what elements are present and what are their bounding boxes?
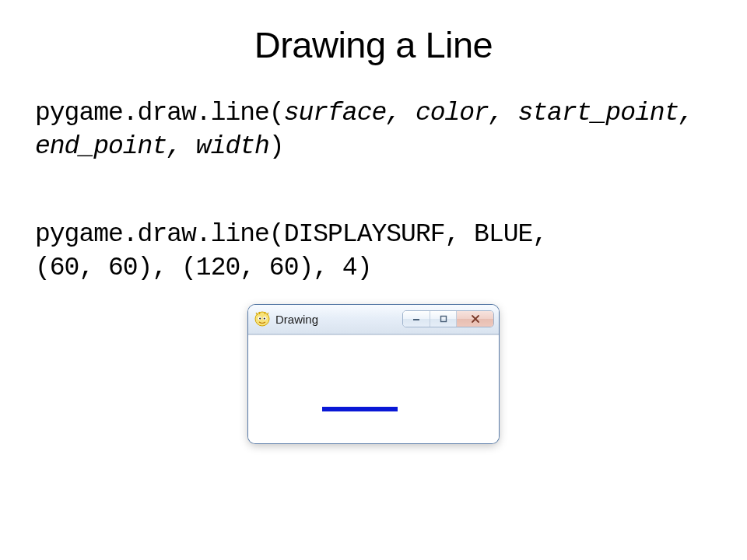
signature-fn-close: ) <box>269 132 284 161</box>
window-content <box>248 334 499 443</box>
svg-point-3 <box>259 318 261 320</box>
window-titlebar: Drawing <box>248 305 499 334</box>
close-button[interactable] <box>456 311 493 327</box>
pygame-app-icon <box>254 311 270 327</box>
minimize-button[interactable] <box>403 311 430 327</box>
svg-rect-6 <box>440 317 446 322</box>
svg-point-4 <box>264 318 265 320</box>
svg-rect-5 <box>413 319 419 320</box>
window-wrap: Drawing <box>35 305 712 443</box>
window-title: Drawing <box>275 313 397 326</box>
drawn-blue-line <box>322 407 398 411</box>
pygame-window: Drawing <box>248 305 499 443</box>
slide-title: Drawing a Line <box>35 23 712 66</box>
window-buttons <box>402 310 494 327</box>
code-example-line-1: pygame.draw.line(DISPLAYSURF, BLUE, <box>35 219 712 252</box>
code-example-line-2: (60, 60), (120, 60), 4) <box>35 252 712 285</box>
code-signature: pygame.draw.line(surface, color, start_p… <box>35 97 712 164</box>
signature-fn-open: pygame.draw.line( <box>35 99 284 128</box>
code-example: pygame.draw.line(DISPLAYSURF, BLUE, (60,… <box>35 219 712 285</box>
maximize-button[interactable] <box>430 311 456 327</box>
